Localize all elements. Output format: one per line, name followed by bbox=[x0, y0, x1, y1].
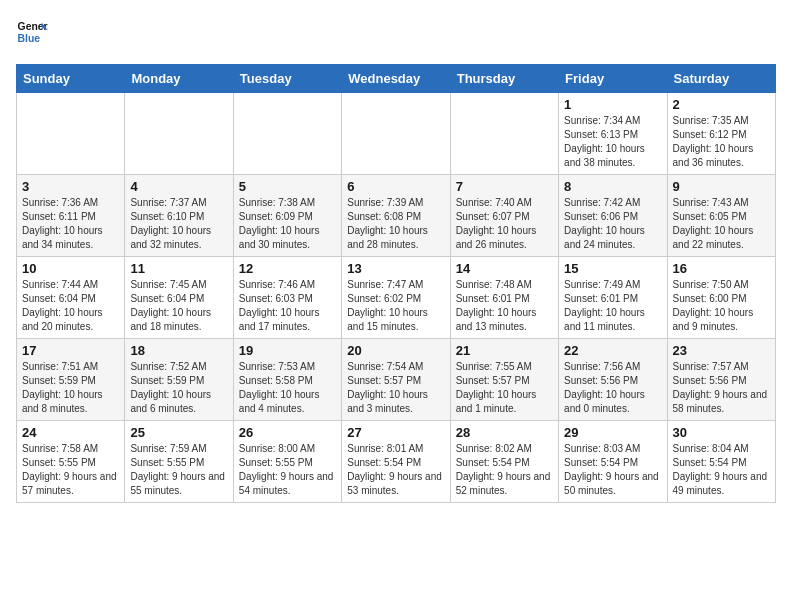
calendar-cell: 20Sunrise: 7:54 AM Sunset: 5:57 PM Dayli… bbox=[342, 339, 450, 421]
day-info: Sunrise: 7:36 AM Sunset: 6:11 PM Dayligh… bbox=[22, 196, 119, 252]
day-number: 27 bbox=[347, 425, 444, 440]
calendar-cell: 2Sunrise: 7:35 AM Sunset: 6:12 PM Daylig… bbox=[667, 93, 775, 175]
calendar-cell bbox=[450, 93, 558, 175]
calendar-cell: 11Sunrise: 7:45 AM Sunset: 6:04 PM Dayli… bbox=[125, 257, 233, 339]
calendar-week-row: 24Sunrise: 7:58 AM Sunset: 5:55 PM Dayli… bbox=[17, 421, 776, 503]
day-number: 7 bbox=[456, 179, 553, 194]
day-number: 11 bbox=[130, 261, 227, 276]
day-number: 22 bbox=[564, 343, 661, 358]
calendar-cell: 30Sunrise: 8:04 AM Sunset: 5:54 PM Dayli… bbox=[667, 421, 775, 503]
day-number: 24 bbox=[22, 425, 119, 440]
day-number: 9 bbox=[673, 179, 770, 194]
weekday-header-friday: Friday bbox=[559, 65, 667, 93]
day-number: 8 bbox=[564, 179, 661, 194]
calendar-cell: 15Sunrise: 7:49 AM Sunset: 6:01 PM Dayli… bbox=[559, 257, 667, 339]
day-number: 10 bbox=[22, 261, 119, 276]
weekday-header-thursday: Thursday bbox=[450, 65, 558, 93]
calendar-cell bbox=[233, 93, 341, 175]
day-info: Sunrise: 8:03 AM Sunset: 5:54 PM Dayligh… bbox=[564, 442, 661, 498]
calendar-cell: 4Sunrise: 7:37 AM Sunset: 6:10 PM Daylig… bbox=[125, 175, 233, 257]
day-number: 18 bbox=[130, 343, 227, 358]
day-number: 5 bbox=[239, 179, 336, 194]
day-info: Sunrise: 7:34 AM Sunset: 6:13 PM Dayligh… bbox=[564, 114, 661, 170]
day-info: Sunrise: 7:57 AM Sunset: 5:56 PM Dayligh… bbox=[673, 360, 770, 416]
calendar-cell: 8Sunrise: 7:42 AM Sunset: 6:06 PM Daylig… bbox=[559, 175, 667, 257]
weekday-header-tuesday: Tuesday bbox=[233, 65, 341, 93]
day-number: 21 bbox=[456, 343, 553, 358]
calendar-cell: 10Sunrise: 7:44 AM Sunset: 6:04 PM Dayli… bbox=[17, 257, 125, 339]
day-info: Sunrise: 7:51 AM Sunset: 5:59 PM Dayligh… bbox=[22, 360, 119, 416]
day-number: 20 bbox=[347, 343, 444, 358]
day-info: Sunrise: 7:47 AM Sunset: 6:02 PM Dayligh… bbox=[347, 278, 444, 334]
calendar-cell: 14Sunrise: 7:48 AM Sunset: 6:01 PM Dayli… bbox=[450, 257, 558, 339]
day-number: 6 bbox=[347, 179, 444, 194]
day-number: 4 bbox=[130, 179, 227, 194]
day-info: Sunrise: 7:37 AM Sunset: 6:10 PM Dayligh… bbox=[130, 196, 227, 252]
day-info: Sunrise: 7:54 AM Sunset: 5:57 PM Dayligh… bbox=[347, 360, 444, 416]
calendar-cell bbox=[17, 93, 125, 175]
day-info: Sunrise: 7:53 AM Sunset: 5:58 PM Dayligh… bbox=[239, 360, 336, 416]
logo: General Blue bbox=[16, 16, 52, 48]
day-number: 30 bbox=[673, 425, 770, 440]
calendar-table: SundayMondayTuesdayWednesdayThursdayFrid… bbox=[16, 64, 776, 503]
calendar-cell: 13Sunrise: 7:47 AM Sunset: 6:02 PM Dayli… bbox=[342, 257, 450, 339]
calendar-week-row: 17Sunrise: 7:51 AM Sunset: 5:59 PM Dayli… bbox=[17, 339, 776, 421]
day-info: Sunrise: 8:04 AM Sunset: 5:54 PM Dayligh… bbox=[673, 442, 770, 498]
calendar-cell: 24Sunrise: 7:58 AM Sunset: 5:55 PM Dayli… bbox=[17, 421, 125, 503]
day-number: 19 bbox=[239, 343, 336, 358]
calendar-cell: 26Sunrise: 8:00 AM Sunset: 5:55 PM Dayli… bbox=[233, 421, 341, 503]
weekday-header-sunday: Sunday bbox=[17, 65, 125, 93]
day-number: 29 bbox=[564, 425, 661, 440]
calendar-cell: 29Sunrise: 8:03 AM Sunset: 5:54 PM Dayli… bbox=[559, 421, 667, 503]
day-info: Sunrise: 7:35 AM Sunset: 6:12 PM Dayligh… bbox=[673, 114, 770, 170]
weekday-header-monday: Monday bbox=[125, 65, 233, 93]
calendar-cell: 18Sunrise: 7:52 AM Sunset: 5:59 PM Dayli… bbox=[125, 339, 233, 421]
day-info: Sunrise: 7:39 AM Sunset: 6:08 PM Dayligh… bbox=[347, 196, 444, 252]
day-info: Sunrise: 7:59 AM Sunset: 5:55 PM Dayligh… bbox=[130, 442, 227, 498]
weekday-header-wednesday: Wednesday bbox=[342, 65, 450, 93]
svg-text:Blue: Blue bbox=[18, 33, 41, 44]
day-number: 23 bbox=[673, 343, 770, 358]
page-header: General Blue bbox=[16, 16, 776, 48]
day-info: Sunrise: 8:02 AM Sunset: 5:54 PM Dayligh… bbox=[456, 442, 553, 498]
calendar-cell: 1Sunrise: 7:34 AM Sunset: 6:13 PM Daylig… bbox=[559, 93, 667, 175]
calendar-cell: 16Sunrise: 7:50 AM Sunset: 6:00 PM Dayli… bbox=[667, 257, 775, 339]
day-number: 16 bbox=[673, 261, 770, 276]
day-info: Sunrise: 7:55 AM Sunset: 5:57 PM Dayligh… bbox=[456, 360, 553, 416]
day-number: 2 bbox=[673, 97, 770, 112]
calendar-week-row: 10Sunrise: 7:44 AM Sunset: 6:04 PM Dayli… bbox=[17, 257, 776, 339]
weekday-header-saturday: Saturday bbox=[667, 65, 775, 93]
calendar-week-row: 1Sunrise: 7:34 AM Sunset: 6:13 PM Daylig… bbox=[17, 93, 776, 175]
day-info: Sunrise: 7:52 AM Sunset: 5:59 PM Dayligh… bbox=[130, 360, 227, 416]
calendar-cell: 5Sunrise: 7:38 AM Sunset: 6:09 PM Daylig… bbox=[233, 175, 341, 257]
day-number: 25 bbox=[130, 425, 227, 440]
day-info: Sunrise: 7:40 AM Sunset: 6:07 PM Dayligh… bbox=[456, 196, 553, 252]
calendar-cell: 21Sunrise: 7:55 AM Sunset: 5:57 PM Dayli… bbox=[450, 339, 558, 421]
calendar-cell: 9Sunrise: 7:43 AM Sunset: 6:05 PM Daylig… bbox=[667, 175, 775, 257]
day-number: 28 bbox=[456, 425, 553, 440]
day-number: 17 bbox=[22, 343, 119, 358]
calendar-cell: 23Sunrise: 7:57 AM Sunset: 5:56 PM Dayli… bbox=[667, 339, 775, 421]
logo-icon: General Blue bbox=[16, 16, 48, 48]
calendar-cell: 3Sunrise: 7:36 AM Sunset: 6:11 PM Daylig… bbox=[17, 175, 125, 257]
day-info: Sunrise: 7:46 AM Sunset: 6:03 PM Dayligh… bbox=[239, 278, 336, 334]
calendar-week-row: 3Sunrise: 7:36 AM Sunset: 6:11 PM Daylig… bbox=[17, 175, 776, 257]
calendar-cell: 7Sunrise: 7:40 AM Sunset: 6:07 PM Daylig… bbox=[450, 175, 558, 257]
day-info: Sunrise: 7:58 AM Sunset: 5:55 PM Dayligh… bbox=[22, 442, 119, 498]
day-number: 26 bbox=[239, 425, 336, 440]
calendar-cell: 27Sunrise: 8:01 AM Sunset: 5:54 PM Dayli… bbox=[342, 421, 450, 503]
calendar-cell: 12Sunrise: 7:46 AM Sunset: 6:03 PM Dayli… bbox=[233, 257, 341, 339]
day-number: 3 bbox=[22, 179, 119, 194]
day-info: Sunrise: 7:56 AM Sunset: 5:56 PM Dayligh… bbox=[564, 360, 661, 416]
calendar-cell bbox=[342, 93, 450, 175]
day-info: Sunrise: 7:49 AM Sunset: 6:01 PM Dayligh… bbox=[564, 278, 661, 334]
day-info: Sunrise: 7:38 AM Sunset: 6:09 PM Dayligh… bbox=[239, 196, 336, 252]
day-info: Sunrise: 7:42 AM Sunset: 6:06 PM Dayligh… bbox=[564, 196, 661, 252]
calendar-cell: 17Sunrise: 7:51 AM Sunset: 5:59 PM Dayli… bbox=[17, 339, 125, 421]
day-info: Sunrise: 7:48 AM Sunset: 6:01 PM Dayligh… bbox=[456, 278, 553, 334]
day-info: Sunrise: 8:00 AM Sunset: 5:55 PM Dayligh… bbox=[239, 442, 336, 498]
day-info: Sunrise: 7:43 AM Sunset: 6:05 PM Dayligh… bbox=[673, 196, 770, 252]
day-number: 13 bbox=[347, 261, 444, 276]
day-number: 15 bbox=[564, 261, 661, 276]
day-number: 1 bbox=[564, 97, 661, 112]
